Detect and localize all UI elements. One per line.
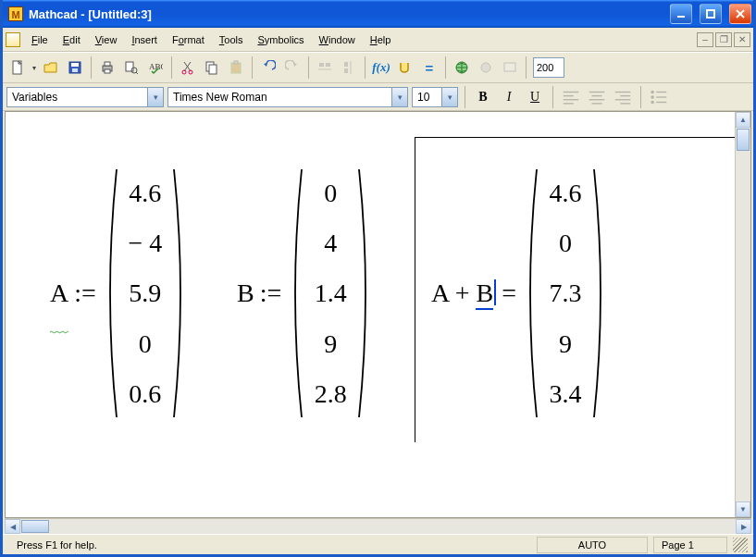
maximize-button[interactable]	[700, 4, 722, 24]
paren-close-icon	[170, 167, 189, 419]
style-combo-value: Variables	[7, 91, 147, 104]
menu-symbolics[interactable]: Symbolics	[250, 31, 311, 48]
math-region-0[interactable]: A:=4.6− 45.900.6	[50, 167, 189, 419]
undo-button[interactable]	[257, 56, 279, 79]
zoom-field[interactable]: 200	[533, 57, 564, 78]
scroll-right-button[interactable]: ▶	[736, 519, 751, 534]
matrix-column: 4.6− 45.900.6	[120, 167, 170, 419]
new-dropdown[interactable]: ▾	[31, 64, 38, 72]
chevron-down-icon[interactable]: ▾	[441, 88, 457, 106]
bullets-button[interactable]	[648, 87, 670, 107]
title-bar: M Mathcad - [Untitled:3]	[3, 0, 753, 28]
font-combo[interactable]: Times New Roman ▾	[167, 87, 408, 107]
svg-rect-23	[319, 63, 324, 67]
status-auto: AUTO	[537, 537, 648, 553]
variable-A: A	[50, 278, 68, 308]
insert-unit-button[interactable]	[394, 56, 416, 79]
save-button[interactable]	[64, 56, 86, 79]
svg-rect-6	[71, 63, 79, 67]
open-button[interactable]	[40, 56, 62, 79]
close-button[interactable]	[729, 4, 751, 24]
align-left-button[interactable]	[560, 87, 582, 107]
font-size-combo[interactable]: 10 ▾	[412, 87, 458, 107]
scroll-left-button[interactable]: ◀	[5, 519, 20, 534]
wavy-underline-icon	[50, 312, 68, 317]
print-button[interactable]	[96, 56, 118, 79]
paste-button[interactable]	[225, 56, 247, 79]
print-preview-button[interactable]	[120, 56, 143, 79]
matrix: 041.492.8	[287, 167, 374, 419]
bold-button[interactable]: B	[472, 87, 494, 107]
align-right-button[interactable]	[612, 87, 634, 107]
scroll-thumb[interactable]	[21, 520, 49, 533]
svg-point-44	[651, 90, 654, 93]
paren-close-icon	[355, 167, 374, 419]
insert-component-button[interactable]	[475, 56, 497, 79]
matrix-cell: 0	[324, 168, 337, 217]
operator: :=	[260, 278, 282, 308]
chevron-down-icon[interactable]: ▾	[147, 88, 163, 106]
style-combo[interactable]: Variables ▾	[6, 87, 164, 107]
menu-window[interactable]: Window	[312, 31, 363, 48]
mdi-close-button[interactable]: ✕	[734, 32, 750, 47]
insert-hyperlink-button[interactable]	[451, 56, 473, 79]
align-center-button[interactable]	[586, 87, 608, 107]
selection-frame	[415, 137, 748, 442]
cut-button[interactable]	[177, 56, 199, 79]
italic-button[interactable]: I	[498, 87, 520, 107]
minimize-button[interactable]	[670, 4, 692, 24]
resize-grip-icon[interactable]	[733, 538, 748, 552]
matrix-cell: 9	[324, 319, 337, 368]
operator: :=	[74, 278, 96, 308]
font-combo-value: Times New Roman	[168, 91, 391, 104]
format-toolbar: Variables ▾ Times New Roman ▾ 10 ▾ B I U	[3, 83, 753, 111]
matrix-cell: 0.6	[129, 369, 161, 418]
calculate-button[interactable]: =	[418, 56, 440, 79]
document-canvas[interactable]: A:=4.6− 45.900.6B:=041.492.8A + B=4.607.…	[5, 111, 751, 518]
svg-point-30	[481, 63, 490, 72]
svg-rect-24	[326, 63, 330, 67]
new-button[interactable]	[6, 56, 29, 79]
svg-line-13	[136, 72, 138, 74]
status-page: Page 1	[653, 537, 727, 553]
paren-open-icon	[287, 167, 305, 419]
math-region-1[interactable]: B:=041.492.8	[237, 167, 374, 419]
menu-tools[interactable]: Tools	[212, 31, 251, 48]
matrix-cell: 1.4	[315, 268, 347, 317]
menu-view[interactable]: View	[88, 31, 125, 48]
align-regions2-button[interactable]	[338, 56, 360, 79]
mdi-minimize-button[interactable]: –	[697, 32, 713, 47]
horizontal-scrollbar[interactable]: ◀ ▶	[5, 518, 751, 534]
redo-button[interactable]	[281, 56, 304, 79]
svg-rect-27	[344, 68, 348, 73]
paren-open-icon	[102, 167, 120, 419]
copy-button[interactable]	[201, 56, 223, 79]
matrix-cell: 2.8	[315, 369, 347, 418]
matrix-cell: 0	[139, 319, 152, 368]
svg-point-46	[651, 95, 654, 99]
status-help: Press F1 for help.	[8, 537, 531, 553]
align-regions-button[interactable]	[314, 56, 336, 79]
scroll-thumb[interactable]	[737, 129, 750, 151]
document-icon[interactable]	[6, 32, 20, 47]
svg-rect-7	[72, 68, 78, 72]
menu-insert[interactable]: Insert	[124, 31, 165, 48]
svg-rect-22	[234, 61, 238, 64]
svg-rect-31	[504, 63, 515, 71]
matrix-cell: 5.9	[129, 268, 161, 317]
menu-help[interactable]: Help	[363, 31, 399, 48]
vertical-scrollbar[interactable]: ▲ ▼	[735, 112, 750, 517]
spellcheck-button[interactable]: ABC	[144, 56, 167, 79]
menu-format[interactable]: Format	[165, 31, 212, 48]
chevron-down-icon[interactable]: ▾	[391, 88, 407, 106]
menu-file[interactable]: File	[24, 31, 56, 48]
status-bar: Press F1 for help. AUTO Page 1	[3, 534, 753, 554]
zoom-to-fit-button[interactable]	[499, 56, 521, 79]
insert-function-button[interactable]: f(x)	[370, 56, 392, 79]
window-title: Mathcad - [Untitled:3]	[29, 7, 152, 21]
underline-button[interactable]: U	[524, 87, 546, 107]
menu-edit[interactable]: Edit	[56, 31, 88, 48]
mdi-restore-button[interactable]: ❐	[715, 32, 732, 47]
scroll-up-button[interactable]: ▲	[736, 112, 750, 128]
scroll-down-button[interactable]: ▼	[736, 501, 750, 517]
